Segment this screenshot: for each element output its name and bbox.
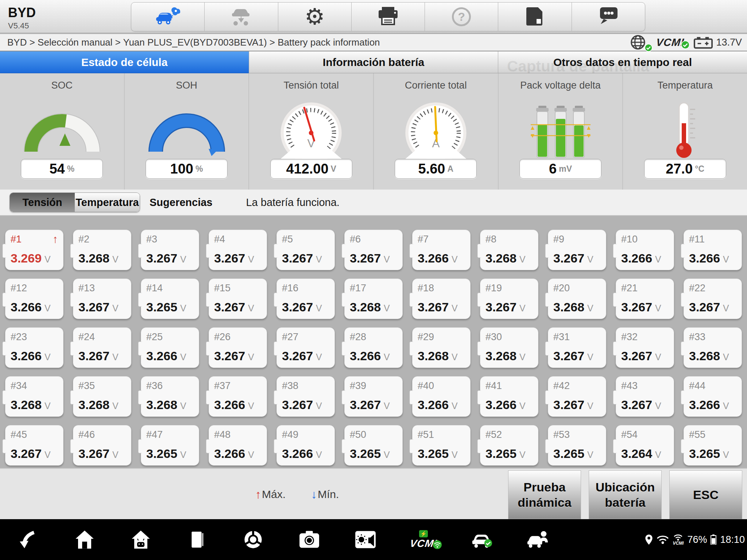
back-button[interactable] bbox=[17, 528, 40, 551]
cell-card[interactable]: #3 ↑ 3.267 V bbox=[141, 230, 199, 270]
cell-card[interactable]: #17 ↑ 3.268 V bbox=[344, 279, 403, 319]
cell-card[interactable]: #26 ↑ 3.267 V bbox=[209, 327, 267, 368]
cell-grid: #1 ↑ 3.269 V #2 ↑ 3.268 V #3 ↑ 3.267 V bbox=[6, 230, 741, 466]
cell-card[interactable]: #4 ↑ 3.267 V bbox=[209, 230, 267, 270]
cell-card[interactable]: #52 ↑ 3.265 V bbox=[480, 425, 538, 466]
cell-card[interactable]: #31 ↑ 3.267 V bbox=[548, 327, 606, 368]
cell-card[interactable]: #46 ↑ 3.267 V bbox=[73, 425, 131, 466]
cell-card[interactable]: #5 ↑ 3.267 V bbox=[276, 230, 335, 270]
cell-card[interactable]: #53 ↑ 3.265 V bbox=[548, 425, 606, 466]
cell-card[interactable]: #36 ↑ 3.268 V bbox=[141, 376, 199, 417]
vehicle-lift-button[interactable] bbox=[205, 3, 278, 31]
battery-location-button[interactable]: Ubicación batería bbox=[589, 470, 662, 519]
cell-card[interactable]: #47 ↑ 3.265 V bbox=[141, 425, 199, 466]
esc-button[interactable]: ESC bbox=[669, 470, 742, 519]
cell-card[interactable]: #32 ↑ 3.267 V bbox=[616, 327, 674, 368]
subtab-tension[interactable]: Tensión bbox=[10, 193, 75, 212]
cell-card[interactable]: #34 ↑ 3.268 V bbox=[5, 376, 63, 417]
cell-card[interactable]: #27 ↑ 3.267 V bbox=[276, 327, 335, 368]
cell-card[interactable]: #1 ↑ 3.269 V bbox=[5, 230, 63, 270]
technician-app-button[interactable] bbox=[526, 528, 549, 551]
cell-card[interactable]: #11 ↑ 3.266 V bbox=[684, 230, 742, 270]
cell-card[interactable]: #21 ↑ 3.267 V bbox=[616, 279, 674, 319]
current-dial-icon: A bbox=[394, 91, 478, 159]
cell-number: #14 bbox=[146, 283, 163, 294]
breadcrumb-bar: BYD > Selección manual > Yuan PLUS_EV(BY… bbox=[0, 34, 747, 51]
tab-estado-de-celula[interactable]: Estado de célula bbox=[0, 51, 249, 73]
cell-card[interactable]: #48 ↑ 3.266 V bbox=[209, 425, 267, 466]
camera-button[interactable] bbox=[298, 528, 321, 551]
cell-card[interactable]: #45 ↑ 3.267 V bbox=[5, 425, 63, 466]
cell-number: #24 bbox=[78, 331, 95, 343]
cell-card[interactable]: #42 ↑ 3.267 V bbox=[548, 376, 606, 417]
cell-card[interactable]: #29 ↑ 3.268 V bbox=[412, 327, 471, 368]
vehicle-diagnostics-button[interactable] bbox=[131, 3, 205, 31]
cell-card[interactable]: #51 ↑ 3.265 V bbox=[412, 425, 471, 466]
cell-card[interactable]: #41 ↑ 3.266 V bbox=[480, 376, 538, 417]
cell-card[interactable]: #50 ↑ 3.265 V bbox=[344, 425, 403, 466]
cell-card[interactable]: #23 ↑ 3.266 V bbox=[5, 327, 63, 368]
cell-voltage: 3.267 bbox=[621, 300, 652, 314]
subtab-temperatura[interactable]: Temperatura bbox=[75, 193, 140, 212]
cell-card[interactable]: #18 ↑ 3.267 V bbox=[412, 279, 471, 319]
cell-card[interactable]: #49 ↑ 3.266 V bbox=[276, 425, 335, 466]
cell-number: #54 bbox=[621, 429, 638, 440]
network-indicator[interactable] bbox=[630, 34, 647, 51]
display-sound-button[interactable] bbox=[354, 528, 377, 551]
cell-number: #53 bbox=[553, 429, 570, 440]
cell-voltage: 3.267 bbox=[621, 349, 652, 363]
cell-card[interactable]: #2 ↑ 3.268 V bbox=[73, 230, 131, 270]
recents-button[interactable] bbox=[185, 528, 209, 551]
cell-card[interactable]: #37 ↑ 3.266 V bbox=[209, 376, 267, 417]
cell-card[interactable]: #15 ↑ 3.267 V bbox=[209, 279, 267, 319]
tab-informacion-bateria[interactable]: Información batería bbox=[249, 51, 498, 73]
cell-card[interactable]: #55 ↑ 3.265 V bbox=[684, 425, 742, 466]
cell-card[interactable]: #30 ↑ 3.268 V bbox=[480, 327, 538, 368]
cell-number: #52 bbox=[485, 429, 502, 440]
dynamic-test-button[interactable]: Prueba dinámica bbox=[508, 470, 581, 519]
cell-number: #8 bbox=[485, 234, 496, 245]
vehicle-connect-button[interactable] bbox=[470, 528, 493, 551]
cell-card[interactable]: #40 ↑ 3.266 V bbox=[412, 376, 471, 417]
chrome-button[interactable] bbox=[241, 528, 265, 551]
app-version: V5.45 bbox=[8, 21, 36, 31]
cell-card[interactable]: #19 ↑ 3.267 V bbox=[480, 279, 538, 319]
cell-voltage: 3.266 bbox=[418, 398, 449, 412]
cell-card[interactable]: #38 ↑ 3.267 V bbox=[276, 376, 335, 417]
cell-card[interactable]: #44 ↑ 3.266 V bbox=[684, 376, 742, 417]
tab-otros-datos[interactable]: Otros datos en tiempo real bbox=[498, 51, 747, 73]
cell-card[interactable]: #8 ↑ 3.268 V bbox=[480, 230, 538, 270]
help-button[interactable]: ? bbox=[425, 3, 498, 31]
cell-card[interactable]: #24 ↑ 3.267 V bbox=[73, 327, 131, 368]
chat-button[interactable] bbox=[572, 3, 645, 31]
cell-card[interactable]: #10 ↑ 3.266 V bbox=[616, 230, 674, 270]
cell-card[interactable]: #25 ↑ 3.266 V bbox=[141, 327, 199, 368]
cell-card[interactable]: #35 ↑ 3.268 V bbox=[73, 376, 131, 417]
vcmi-indicator[interactable]: VCMI bbox=[656, 36, 684, 48]
cell-card[interactable]: #16 ↑ 3.267 V bbox=[276, 279, 335, 319]
print-button[interactable] bbox=[352, 3, 425, 31]
vcmi-app-button[interactable]: ⚡ VCMI bbox=[410, 530, 437, 549]
settings-button[interactable]: ⚙ bbox=[278, 3, 352, 31]
cell-card[interactable]: #13 ↑ 3.267 V bbox=[73, 279, 131, 319]
android-home-button[interactable] bbox=[129, 528, 152, 551]
cell-card[interactable]: #28 ↑ 3.266 V bbox=[344, 327, 403, 368]
cell-card[interactable]: #22 ↑ 3.267 V bbox=[684, 279, 742, 319]
cell-card[interactable]: #20 ↑ 3.268 V bbox=[548, 279, 606, 319]
cell-card[interactable]: #6 ↑ 3.267 V bbox=[344, 230, 403, 270]
cell-card[interactable]: #12 ↑ 3.266 V bbox=[5, 279, 63, 319]
pack-voltage-delta-value: 6 bbox=[549, 161, 557, 177]
cell-card[interactable]: #54 ↑ 3.264 V bbox=[616, 425, 674, 466]
cell-card[interactable]: #9 ↑ 3.267 V bbox=[548, 230, 606, 270]
cell-card[interactable]: #43 ↑ 3.267 V bbox=[616, 376, 674, 417]
vcmi-wifi-indicator: VCMI bbox=[673, 534, 684, 545]
save-data-button[interactable] bbox=[498, 3, 572, 31]
cell-card[interactable]: #33 ↑ 3.268 V bbox=[684, 327, 742, 368]
cell-card[interactable]: #14 ↑ 3.265 V bbox=[141, 279, 199, 319]
cell-unit: V bbox=[587, 254, 593, 265]
total-current-value-box: 5.60 A bbox=[395, 159, 477, 179]
cell-unit: V bbox=[384, 303, 390, 314]
cell-card[interactable]: #39 ↑ 3.267 V bbox=[344, 376, 403, 417]
home-button[interactable] bbox=[73, 528, 96, 551]
cell-card[interactable]: #7 ↑ 3.266 V bbox=[412, 230, 471, 270]
